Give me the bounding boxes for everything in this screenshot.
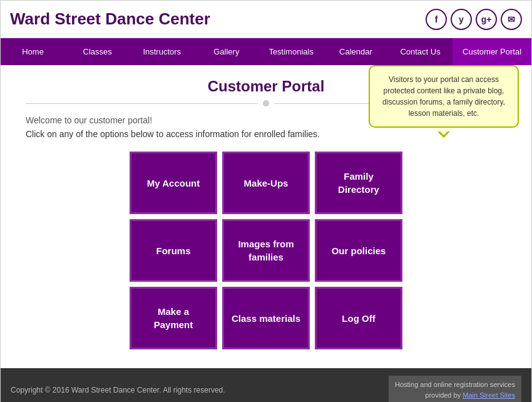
tile-images-from-families[interactable]: Images fromfamilies xyxy=(222,219,310,282)
nav-instructors[interactable]: Instructors xyxy=(130,38,194,65)
social-icons-group: f y g+ ✉ xyxy=(426,9,522,30)
nav-customer-portal[interactable]: Customer Portal xyxy=(453,38,531,65)
nav-contact-us[interactable]: Contact Us xyxy=(388,38,453,65)
googleplus-icon[interactable]: g+ xyxy=(476,9,497,30)
hosting-line1: Hosting and online registration services xyxy=(395,381,515,388)
tile-class-materials[interactable]: Class materials xyxy=(222,287,310,349)
main-nav: Home Classes Instructors Gallery Testimo… xyxy=(1,38,531,65)
portal-grid: My Account Make-Ups FamilyDirectory Foru… xyxy=(26,152,506,349)
nav-calendar[interactable]: Calendar xyxy=(324,38,388,65)
tooltip-bubble: Visitors to your portal can access prote… xyxy=(369,65,519,128)
email-icon[interactable]: ✉ xyxy=(501,9,522,30)
tile-log-off[interactable]: Log Off xyxy=(315,287,402,349)
tile-forums[interactable]: Forums xyxy=(130,219,217,282)
footer-copyright: Copyright © 2016 Ward Street Dance Cente… xyxy=(11,386,225,394)
site-footer: Copyright © 2016 Ward Street Dance Cente… xyxy=(1,368,531,402)
facebook-icon[interactable]: f xyxy=(426,9,447,30)
main-content: Customer Portal Visitors to your portal … xyxy=(1,65,531,368)
yelp-icon[interactable]: y xyxy=(451,9,472,30)
footer-hosting: Hosting and online registration services… xyxy=(389,376,521,402)
site-title: Ward Street Dance Center xyxy=(10,9,210,29)
hosting-link[interactable]: Main Street Sites xyxy=(463,391,515,399)
tile-my-account[interactable]: My Account xyxy=(130,152,217,214)
tile-make-a-payment[interactable]: Make aPayment xyxy=(130,287,217,349)
site-header: Ward Street Dance Center f y g+ ✉ xyxy=(1,1,531,38)
nav-gallery[interactable]: Gallery xyxy=(194,38,258,65)
title-divider-dot xyxy=(263,100,269,106)
hosting-line2: provided by xyxy=(425,391,461,399)
nav-testimonials[interactable]: Testimonials xyxy=(258,38,324,65)
tile-make-ups[interactable]: Make-Ups xyxy=(222,152,310,214)
nav-classes[interactable]: Classes xyxy=(65,38,130,65)
nav-home[interactable]: Home xyxy=(1,38,65,65)
instruction-text: Click on any of the options below to acc… xyxy=(26,129,506,139)
tile-family-directory[interactable]: FamilyDirectory xyxy=(315,152,402,214)
tile-our-policies[interactable]: Our policies xyxy=(315,219,402,282)
